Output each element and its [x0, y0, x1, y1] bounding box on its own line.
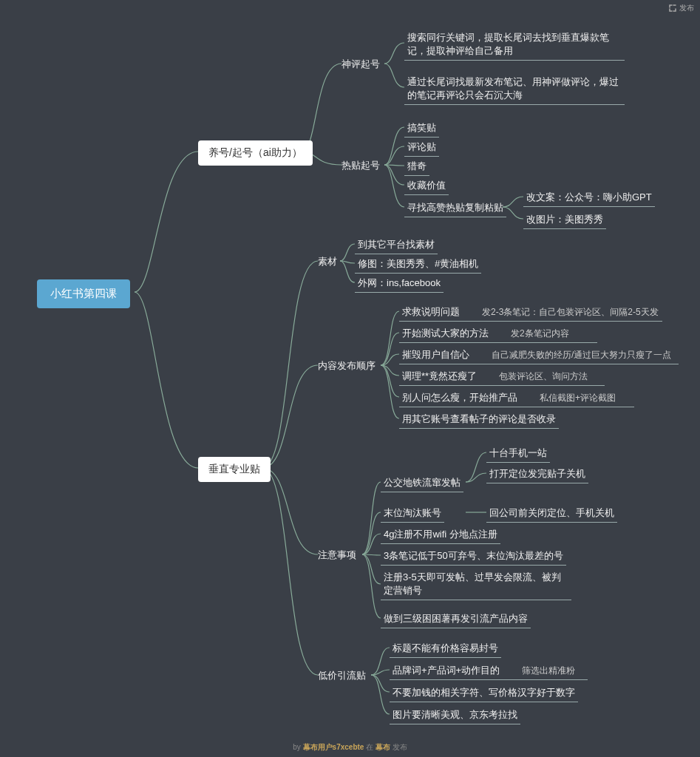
leaf: 回公司前关闭定位、手机关机	[486, 505, 617, 523]
branch-yanghao[interactable]: 养号/起号（ai助力）	[198, 140, 313, 166]
leaf: 评论贴	[404, 139, 439, 157]
leaf: 图片要清晰美观、京东考拉找	[390, 707, 520, 724]
leaf: 猎奇	[404, 158, 429, 176]
leaf: 用其它账号查看帖子的评论是否收录	[399, 411, 559, 429]
leaf: 开始测试大家的方法发2条笔记内容	[399, 325, 597, 343]
leaf: 通过长尾词找最新发布笔记、用神评做评论，爆过的笔记再评论只会石沉大海	[404, 74, 625, 105]
node-retie[interactable]: 热贴起号	[341, 159, 380, 172]
node-zhuyi[interactable]: 注意事项	[318, 549, 356, 562]
leaf: 摧毁用户自信心自己减肥失败的经历/通过巨大努力只瘦了一点	[399, 347, 679, 364]
leaf: 调理**竟然还瘦了包装评论区、询问方法	[399, 368, 605, 386]
leaf: 搜索同行关键词，提取长尾词去找到垂直爆款笔记，提取神评给自己备用	[404, 30, 625, 61]
leaf: 收藏价值	[404, 177, 449, 195]
leaf: 外网：ins,facebook	[355, 275, 444, 293]
leaf: 求救说明问题发2-3条笔记：自己包装评论区、间隔2-5天发	[399, 304, 662, 322]
node-seq[interactable]: 内容发布顺序	[318, 359, 376, 373]
node-shenping[interactable]: 神评起号	[341, 58, 380, 71]
leaf: 3条笔记低于50可弃号、末位淘汰最差的号	[381, 548, 566, 566]
node-diyin[interactable]: 低价引流贴	[318, 669, 366, 682]
leaf: 搞笑贴	[404, 120, 439, 138]
leaf: 不要加钱的相关字符、写价格汉字好于数字	[390, 685, 578, 702]
leaf: 标题不能有价格容易封号	[390, 640, 501, 658]
leaf: 别人问怎么瘦，开始推产品私信截图+评论截图	[399, 390, 634, 407]
leaf: 打开定位发完贴子关机	[486, 466, 588, 483]
node-sucai[interactable]: 素材	[318, 255, 337, 268]
leaf: 末位淘汰账号	[381, 505, 444, 523]
leaf: 注册3-5天即可发帖、过早发会限流、被判定营销号	[381, 569, 571, 600]
root-node[interactable]: 小红书第四课	[37, 279, 130, 308]
leaf: 改图片：美图秀秀	[523, 211, 606, 229]
leaf: 修图：美图秀秀、#黄油相机	[355, 256, 481, 274]
leaf: 4g注册不用wifi 分地点注册	[381, 526, 500, 544]
leaf: 公交地铁流窜发帖	[381, 475, 463, 492]
leaf: 十台手机一站	[486, 445, 550, 463]
leaf: 到其它平台找素材	[355, 237, 438, 254]
leaf: 品牌词+产品词+动作目的筛选出精准粉	[390, 662, 588, 680]
leaf: 寻找高赞热贴复制粘贴	[404, 200, 506, 217]
leaf: 改文案：公众号：嗨小助GPT	[523, 189, 655, 207]
branch-vertical[interactable]: 垂直专业贴	[198, 457, 271, 482]
leaf: 做到三级困困薯再发引流产品内容	[381, 611, 531, 628]
